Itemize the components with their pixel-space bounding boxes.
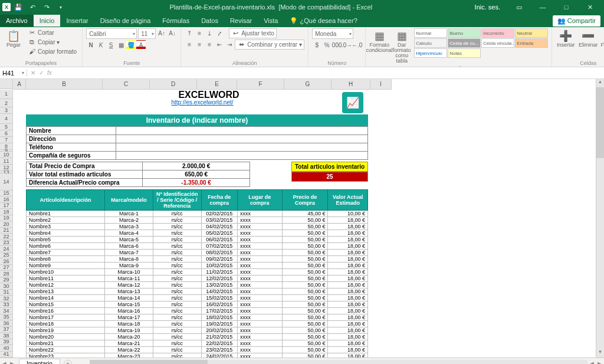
table-row[interactable]: Nombre23Marca-23rs/cc24/02/2015xxxx50,00…	[27, 353, 368, 358]
sheet-tab-inventario[interactable]: Inventario	[19, 359, 60, 365]
row-header[interactable]: 34	[0, 308, 13, 314]
row-header[interactable]: 3	[0, 107, 13, 114]
increase-indent-icon[interactable]: ⇥	[225, 40, 234, 49]
row-header[interactable]: 23	[0, 240, 13, 247]
summary-row[interactable]: Total Precio de Compra2.000,00 €	[27, 162, 250, 170]
number-format-combo[interactable]: Moneda	[312, 28, 353, 39]
currency-icon[interactable]: $	[312, 40, 321, 50]
increase-decimal-icon[interactable]: .0→	[342, 40, 352, 50]
select-all-corner[interactable]	[0, 79, 13, 89]
row-header[interactable]: 21	[0, 228, 13, 234]
ribbon-options-icon[interactable]: ▭	[507, 0, 531, 14]
minimize-icon[interactable]: —	[531, 0, 554, 14]
horizontal-scrollbar[interactable]	[90, 360, 587, 365]
row-header[interactable]: 19	[0, 215, 13, 222]
table-row[interactable]: Nombre21Marca-21rs/cc22/02/2015xxxx50,00…	[27, 340, 368, 347]
tab-inicio[interactable]: Inicio	[34, 15, 61, 27]
wrap-text-button[interactable]: ↩Ajustar texto	[229, 28, 277, 38]
close-icon[interactable]: ✕	[578, 0, 602, 14]
increase-font-icon[interactable]: A↑	[157, 28, 166, 38]
format-painter-button[interactable]: 🖌Copiar formato	[26, 47, 78, 55]
tab-insertar[interactable]: Insertar	[60, 15, 94, 27]
align-right-icon[interactable]: ≡	[205, 40, 214, 49]
hscroll-left-icon[interactable]: ◀	[587, 360, 596, 364]
cell-style[interactable]: Bueno	[448, 28, 481, 38]
conditional-format-button[interactable]: ▦Formato condicional	[369, 28, 389, 54]
row-header[interactable]: 33	[0, 302, 13, 309]
info-row[interactable]: Nombre	[27, 127, 368, 135]
table-row[interactable]: Nombre9Marca-9rs/cc10/02/2015xxxx50,00 €…	[27, 263, 368, 269]
format-as-table-button[interactable]: ▦Dar formato como tabla	[392, 28, 412, 65]
tell-me[interactable]: 💡 ¿Qué desea hacer?	[284, 15, 363, 27]
table-row[interactable]: Nombre12Marca-12rs/cc13/02/2015xxxx50,00…	[27, 282, 368, 288]
row-header[interactable]: 32	[0, 296, 13, 302]
cell-style[interactable]: Incorrecto	[481, 28, 514, 38]
format-cells-button[interactable]: ▭Formato	[600, 28, 604, 49]
hscroll-right-icon[interactable]: ▶	[596, 360, 604, 364]
row-header[interactable]: 11	[0, 158, 13, 165]
col-header[interactable]: D	[150, 79, 197, 89]
tab-file[interactable]: Archivo	[0, 15, 34, 27]
row-header[interactable]: 26	[0, 258, 13, 265]
add-sheet-button[interactable]: +	[64, 360, 72, 365]
inventory-data-table[interactable]: Artículo/descripciónMarca/modeloNº Ident…	[26, 189, 368, 358]
row-header[interactable]: 31	[0, 290, 13, 296]
decrease-font-icon[interactable]: A↓	[168, 28, 177, 38]
table-row[interactable]: Nombre4Marca-4rs/cc05/02/2015xxxx50,00 €…	[27, 230, 368, 237]
col-header[interactable]: B	[26, 79, 103, 89]
col-header[interactable]: A	[13, 79, 26, 89]
enter-formula-icon[interactable]: ✓	[39, 70, 44, 76]
font-name-combo[interactable]: Calibri	[86, 28, 137, 39]
info-row[interactable]: Dirección	[27, 135, 368, 143]
insert-cells-button[interactable]: ➕Insertar	[556, 28, 576, 49]
redo-icon[interactable]: ↷	[40, 1, 53, 13]
copy-button[interactable]: ⧉Copiar ▾	[26, 38, 78, 47]
summary-row[interactable]: Valor total estimado articulos650,00 €	[27, 170, 250, 179]
font-color-icon[interactable]: A	[136, 40, 146, 50]
row-header[interactable]: 30	[0, 283, 13, 290]
table-header[interactable]: Artículo/descripción	[27, 190, 105, 211]
col-header[interactable]: G	[284, 79, 331, 89]
cell-style[interactable]: Celda vincula...	[481, 38, 514, 48]
borders-icon[interactable]: ▦	[116, 40, 126, 50]
cell-style[interactable]: Notas	[448, 48, 481, 58]
scroll-thumb[interactable]	[596, 87, 604, 158]
table-row[interactable]: Nombre15Marca-15rs/cc16/02/2015xxxx50,00…	[27, 301, 368, 308]
table-row[interactable]: Nombre19Marca-19rs/cc20/02/2015xxxx50,00…	[27, 327, 368, 334]
row-header[interactable]: 20	[0, 221, 13, 228]
row-header[interactable]: 41	[0, 352, 13, 358]
row-header[interactable]: 7	[0, 137, 13, 143]
row-header[interactable]: 16	[0, 196, 13, 203]
cell-style[interactable]: Neutral	[515, 28, 548, 38]
scroll-up-icon[interactable]: ▲	[596, 79, 604, 87]
info-table[interactable]: NombreDirecciónTeléfonoCompañía de segur…	[26, 126, 368, 160]
align-center-icon[interactable]: ≡	[195, 40, 204, 49]
align-left-icon[interactable]: ≡	[185, 40, 194, 49]
cell-style[interactable]: Entrada	[515, 38, 548, 48]
col-header[interactable]: I	[370, 79, 392, 89]
row-header[interactable]: 36	[0, 320, 13, 327]
table-row[interactable]: Nombre14Marca-14rs/cc15/02/2015xxxx50,00…	[27, 295, 368, 301]
row-header[interactable]: 6	[0, 130, 13, 137]
worksheet-grid[interactable]: ABCDEFGHI 123456789101112131415161718192…	[0, 79, 604, 358]
align-top-icon[interactable]: ⤒	[185, 28, 194, 38]
info-row[interactable]: Teléfono	[27, 143, 368, 152]
row-header[interactable]: 18	[0, 209, 13, 215]
col-header[interactable]: F	[237, 79, 284, 89]
table-row[interactable]: Nombre3Marca-3rs/cc04/02/2015xxxx50,00 €…	[27, 224, 368, 230]
table-row[interactable]: Nombre7Marca-7rs/cc08/02/2015xxxx50,00 €…	[27, 250, 368, 256]
row-headers[interactable]: 1234567891011121314151617181920212223242…	[0, 90, 13, 358]
sheet-nav-next-icon[interactable]: ▶	[8, 360, 17, 364]
doc-url-link[interactable]: http://es.excelworld.net/	[13, 99, 392, 108]
merge-center-button[interactable]: ⬌Combinar y centrar ▾	[235, 40, 304, 50]
table-row[interactable]: Nombre5Marca-5rs/cc06/02/2015xxxx50,00 €…	[27, 237, 368, 243]
row-header[interactable]: 29	[0, 277, 13, 284]
table-row[interactable]: Nombre22Marca-22rs/cc23/02/2015xxxx50,00…	[27, 347, 368, 353]
paste-button[interactable]: 📋Pegar	[4, 28, 24, 49]
maximize-icon[interactable]: □	[554, 0, 578, 14]
decrease-decimal-icon[interactable]: ←.0	[352, 40, 362, 50]
font-size-combo[interactable]: 11	[138, 28, 156, 39]
align-bottom-icon[interactable]: ⤓	[205, 28, 214, 38]
row-header[interactable]: 24	[0, 246, 13, 252]
info-row[interactable]: Compañía de seguros	[27, 152, 368, 160]
